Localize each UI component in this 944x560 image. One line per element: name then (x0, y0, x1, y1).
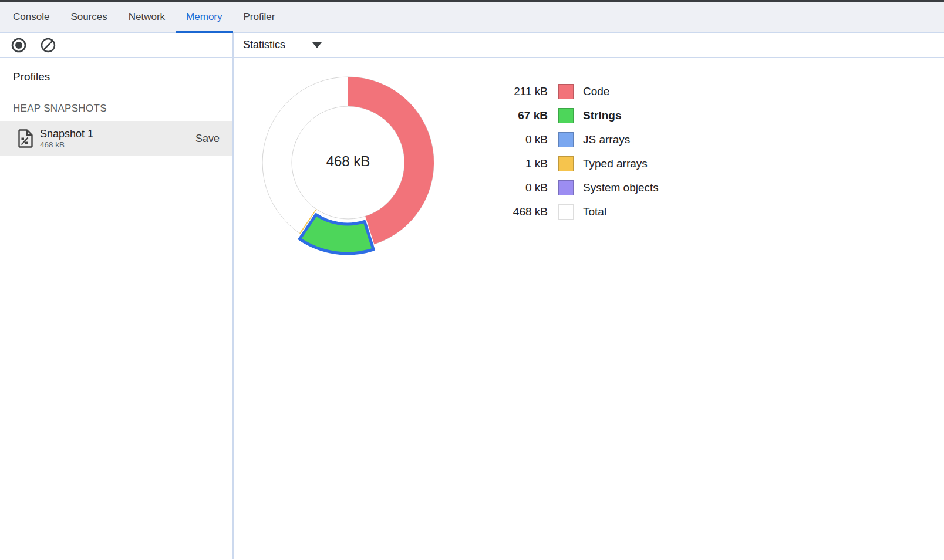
record-icon[interactable] (11, 37, 27, 53)
legend-row-js-arrays[interactable]: 0 kBJS arrays (467, 127, 659, 151)
legend-value: 0 kB (467, 133, 548, 146)
memory-donut-chart (254, 69, 442, 257)
legend-label: Code (583, 85, 609, 98)
memory-main-panel: Statistics 468 kB 211 kBCode67 kBStrings… (234, 33, 944, 559)
legend-label: Typed arrays (583, 157, 648, 170)
legend-swatch-strings (558, 108, 574, 123)
legend-label: JS arrays (583, 133, 630, 146)
snapshot-info: Snapshot 1 468 kB (40, 128, 93, 150)
legend-swatch-typed-arrays (558, 156, 574, 171)
devtools-tab-bar: Console Sources Network Memory Profiler (0, 2, 944, 33)
clear-icon-glyph (40, 37, 56, 53)
devtools-body: Profiles HEAP SNAPSHOTS Snapshot 1 468 k… (0, 33, 944, 559)
legend-swatch-js-arrays (558, 132, 574, 147)
legend-label: System objects (583, 181, 659, 194)
profiles-title: Profiles (13, 70, 232, 83)
profiles-toolbar (0, 33, 232, 58)
legend-value: 0 kB (467, 181, 548, 194)
heap-snapshot-file-icon (18, 129, 33, 148)
chevron-down-icon (312, 42, 322, 48)
legend-label: Total (583, 205, 606, 218)
legend-row-typed-arrays[interactable]: 1 kBTyped arrays (467, 151, 659, 176)
chart-legend: 211 kBCode67 kBStrings0 kBJS arrays1 kBT… (467, 79, 659, 224)
tab-network[interactable]: Network (118, 2, 176, 32)
legend-label: Strings (583, 109, 621, 122)
snapshot-list-item[interactable]: Snapshot 1 468 kB Save (0, 121, 232, 156)
legend-swatch-system-objects (558, 180, 574, 195)
view-selector-dropdown[interactable]: Statistics (243, 39, 322, 51)
legend-swatch-total (558, 204, 574, 220)
tab-console[interactable]: Console (2, 2, 60, 32)
profiles-sidebar: Profiles HEAP SNAPSHOTS Snapshot 1 468 k… (0, 33, 234, 559)
chart-segment-strings[interactable] (299, 215, 373, 254)
statistics-toolbar: Statistics (234, 33, 944, 58)
tab-sources[interactable]: Sources (60, 2, 117, 32)
chart-segment-code[interactable] (348, 77, 434, 244)
legend-value: 67 kB (467, 109, 548, 122)
tab-profiler[interactable]: Profiler (233, 2, 286, 32)
record-icon-glyph (11, 37, 27, 53)
snapshot-size: 468 kB (40, 140, 93, 149)
save-link[interactable]: Save (195, 133, 220, 145)
chart-outline-circle (292, 106, 404, 219)
legend-value: 1 kB (467, 157, 548, 170)
statistics-chart-area: 468 kB 211 kBCode67 kBStrings0 kBJS arra… (234, 58, 944, 559)
heap-snapshots-heading: HEAP SNAPSHOTS (13, 103, 232, 114)
view-selector-label: Statistics (243, 39, 285, 51)
snapshot-name: Snapshot 1 (40, 128, 93, 140)
legend-row-strings[interactable]: 67 kBStrings (467, 103, 659, 127)
tab-memory[interactable]: Memory (176, 2, 232, 32)
legend-value: 468 kB (467, 205, 548, 218)
legend-swatch-code (558, 84, 574, 99)
legend-row-system-objects[interactable]: 0 kBSystem objects (467, 176, 659, 200)
clear-icon[interactable] (40, 37, 56, 53)
legend-value: 211 kB (467, 85, 548, 98)
legend-row-total[interactable]: 468 kBTotal (467, 200, 659, 224)
legend-row-code[interactable]: 211 kBCode (467, 79, 659, 103)
